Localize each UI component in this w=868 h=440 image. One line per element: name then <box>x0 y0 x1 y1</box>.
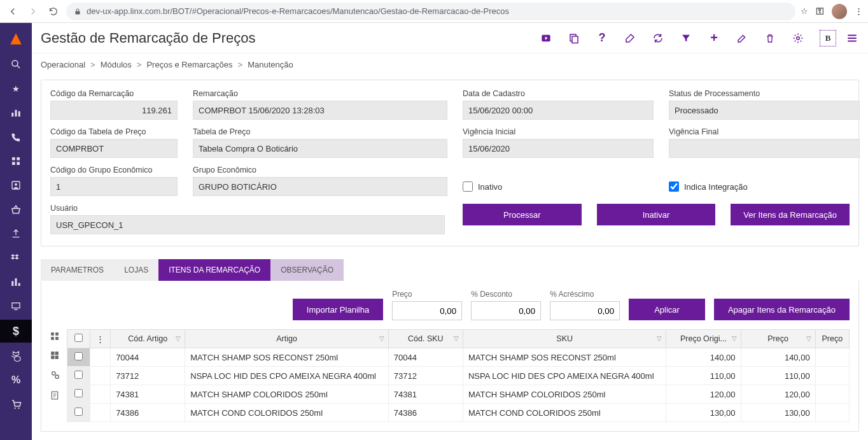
crumb[interactable]: Preços e Remarcações <box>146 60 232 69</box>
input-usuario[interactable] <box>50 215 445 234</box>
dropbox-icon[interactable] <box>9 251 23 265</box>
col-hash[interactable]: ⋮ <box>90 330 111 348</box>
input-vigencia-final[interactable] <box>669 139 860 158</box>
star-icon[interactable]: ★ <box>9 82 23 96</box>
crumb[interactable]: Módulos <box>101 60 132 69</box>
app-logo[interactable] <box>8 31 24 47</box>
table-row[interactable]: 74381 MATCH SHAMP COLORIDOS 250ml 74381 … <box>67 385 850 404</box>
input-vigencia-inicial[interactable] <box>463 139 654 158</box>
trash-icon[interactable] <box>764 32 776 45</box>
col-checkbox[interactable] <box>67 330 90 348</box>
svg-rect-8 <box>17 162 20 165</box>
col-preco-origi[interactable]: Preço Origi...▽ <box>666 330 741 348</box>
input-status[interactable] <box>669 101 860 120</box>
checkbox-integracao[interactable]: Indica Integração <box>669 166 860 196</box>
forward-button[interactable] <box>25 4 41 19</box>
tab-lojas[interactable]: LOJAS <box>114 259 158 281</box>
cell-preco-origi: 140,00 <box>666 348 741 367</box>
checkbox-inativo[interactable]: Inativo <box>463 166 654 196</box>
key-icon[interactable]: ⚿ <box>816 6 824 16</box>
upload-icon[interactable] <box>9 227 23 241</box>
integracao-checkbox[interactable] <box>669 181 679 192</box>
input-acrescimo[interactable] <box>550 301 620 320</box>
svg-rect-14 <box>12 303 20 308</box>
svg-rect-6 <box>17 157 20 160</box>
edit-icon[interactable] <box>736 32 748 45</box>
copy-icon[interactable] <box>568 32 580 45</box>
svg-point-30 <box>55 375 59 378</box>
ver-itens-button[interactable]: Ver Itens da Remarcação <box>731 204 850 225</box>
cell-sku: NSPA LOC HID DES CPO AMEIXA NEGRA 400ml <box>463 367 666 385</box>
svg-rect-0 <box>76 11 80 14</box>
importar-button[interactable]: Importar Planilha <box>293 299 383 320</box>
aplicar-button[interactable]: Aplicar <box>629 299 705 320</box>
reload-button[interactable] <box>46 4 61 19</box>
col-sku[interactable]: SKU▽ <box>463 330 666 348</box>
field-usuario: Usuário <box>50 204 447 234</box>
table-row[interactable]: 73712 NSPA LOC HID DES CPO AMEIXA NEGRA … <box>67 367 850 385</box>
boxes-icon[interactable] <box>9 349 23 363</box>
crumb[interactable]: Operacional <box>41 60 85 69</box>
filter-icon[interactable] <box>680 32 692 45</box>
basket-icon[interactable] <box>9 202 23 216</box>
monitor-icon[interactable] <box>9 299 23 313</box>
svg-rect-7 <box>12 162 15 165</box>
cart-icon[interactable] <box>9 397 23 411</box>
col-preco2[interactable]: Preço <box>815 330 849 348</box>
profile-avatar[interactable] <box>832 4 847 19</box>
gear-icon[interactable] <box>792 32 804 45</box>
url-bar[interactable]: dev-ux-app.linx.com.br/BOT/#Operacional/… <box>66 3 795 20</box>
inativo-checkbox[interactable] <box>463 181 473 192</box>
tab-observacao[interactable]: OBSERVAÇÃO <box>270 259 344 281</box>
col-artigo[interactable]: Artigo▽ <box>185 330 388 348</box>
col-cod-artigo[interactable]: Cód. Artigo▽ <box>111 330 185 348</box>
row-checkbox[interactable] <box>74 408 83 416</box>
menu-icon[interactable] <box>845 32 859 44</box>
percent-icon[interactable]: % <box>9 373 23 387</box>
plus-icon[interactable]: + <box>708 32 720 45</box>
input-codigo-remarcacao[interactable] <box>50 101 178 120</box>
crumb[interactable]: Manutenção <box>248 60 293 69</box>
cell-cod-artigo: 70044 <box>111 348 185 367</box>
chart-icon[interactable] <box>9 106 23 120</box>
input-grupo[interactable] <box>193 177 447 196</box>
export-icon[interactable] <box>50 390 60 401</box>
grid-view-icon[interactable] <box>50 332 60 341</box>
input-data-cadastro[interactable] <box>463 101 654 120</box>
tab-parametros[interactable]: PARAMETROS <box>41 259 114 281</box>
input-preco[interactable] <box>392 301 462 320</box>
brand-badge[interactable]: B <box>820 30 836 46</box>
cell-cod-artigo: 73712 <box>111 367 185 385</box>
input-tabela[interactable] <box>193 139 447 158</box>
browser-menu-icon[interactable]: ⋮ <box>855 6 863 16</box>
refresh-icon[interactable] <box>652 32 664 45</box>
table-row[interactable]: 70044 MATCH SHAMP SOS RECONST 250ml 7004… <box>67 348 850 367</box>
table-row[interactable]: 74386 MATCH COND COLORIDOS 250ml 74386 M… <box>67 404 850 422</box>
eraser-icon[interactable] <box>624 32 636 45</box>
back-button[interactable] <box>5 4 20 19</box>
input-remarcacao[interactable] <box>193 101 447 120</box>
processar-button[interactable]: Processar <box>463 204 582 225</box>
contact-icon[interactable] <box>9 178 23 192</box>
input-codigo-grupo[interactable] <box>50 177 178 196</box>
grid-icon[interactable] <box>9 154 23 168</box>
row-checkbox[interactable] <box>74 352 83 360</box>
tab-itens[interactable]: ITENS DA REMARCAÇÃO <box>158 259 270 281</box>
video-icon[interactable] <box>540 32 552 45</box>
input-codigo-tabela[interactable] <box>50 139 178 158</box>
col-preco[interactable]: Preço▽ <box>741 330 815 348</box>
tile-view-icon[interactable] <box>50 351 60 360</box>
star-icon[interactable]: ☆ <box>801 6 808 16</box>
input-desconto[interactable] <box>471 301 541 320</box>
chart2-icon[interactable] <box>9 275 23 289</box>
inativar-button[interactable]: Inativar <box>597 204 716 225</box>
col-cod-sku[interactable]: Cód. SKU▽ <box>388 330 463 348</box>
phone-icon[interactable] <box>9 130 23 144</box>
settings-icon[interactable] <box>50 370 60 380</box>
row-checkbox[interactable] <box>74 389 83 397</box>
row-checkbox[interactable] <box>74 371 83 379</box>
dollar-icon[interactable]: $ <box>0 320 32 343</box>
apagar-button[interactable]: Apagar Itens da Remarcação <box>714 299 850 320</box>
help-icon[interactable]: ? <box>596 32 608 45</box>
search-icon[interactable] <box>9 57 23 71</box>
